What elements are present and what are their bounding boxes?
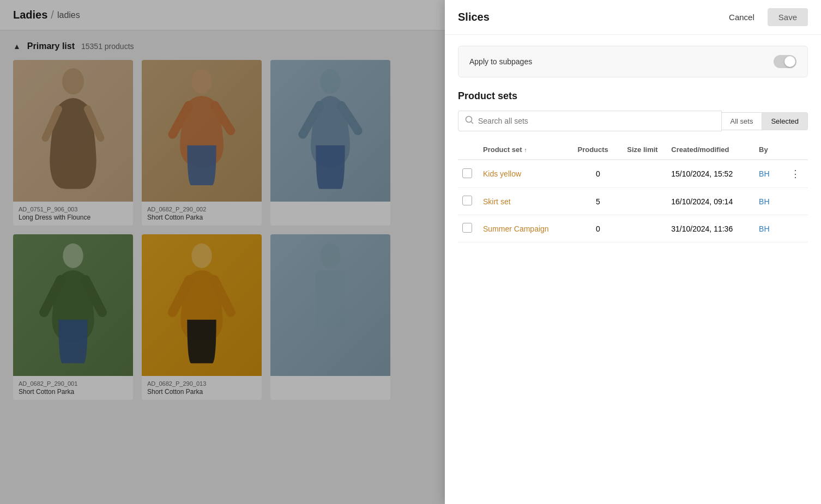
apply-subpages-toggle[interactable]: [774, 55, 796, 68]
table-header-row: Product set ↑ Products Size limit Create…: [458, 140, 808, 160]
toggle-knob: [784, 56, 795, 67]
filter-tab-group: All sets Selected: [722, 112, 808, 130]
table-row: Summer Campaign 0 31/10/2024, 11:36 BH: [458, 215, 808, 242]
apply-subpages-row: Apply to subpages: [458, 46, 808, 77]
col-name-label: Product set: [483, 145, 522, 154]
row-actions-cell: [783, 188, 808, 215]
row-name-cell: Kids yellow: [479, 160, 573, 188]
row-checkbox-1[interactable]: [462, 168, 472, 178]
panel-title: Slices: [458, 11, 490, 23]
row-products-cell: 5: [573, 188, 623, 215]
set-name-link-3[interactable]: Summer Campaign: [483, 224, 549, 233]
row-checkbox-2[interactable]: [462, 196, 472, 205]
more-options-icon-1[interactable]: ⋮: [787, 167, 804, 180]
search-icon: [465, 116, 474, 126]
col-by: By: [754, 140, 783, 160]
row-size-cell: [623, 215, 667, 242]
save-button[interactable]: Save: [768, 8, 808, 26]
col-created-modified: Created/modified: [667, 140, 754, 160]
search-input[interactable]: [478, 117, 715, 125]
col-check: [458, 140, 479, 160]
row-size-cell: [623, 188, 667, 215]
row-actions-cell: [783, 215, 808, 242]
row-by-cell: BH: [754, 160, 783, 188]
sort-arrow-icon: ↑: [524, 147, 527, 153]
set-name-link-1[interactable]: Kids yellow: [483, 169, 521, 178]
row-check-cell: [458, 188, 479, 215]
product-sets-table: Product set ↑ Products Size limit Create…: [458, 140, 808, 242]
table-row: Kids yellow 0 15/10/2024, 15:52 BH ⋮: [458, 160, 808, 188]
col-actions: [783, 140, 808, 160]
row-created-cell: 31/10/2024, 11:36: [667, 215, 754, 242]
row-products-cell: 0: [573, 160, 623, 188]
search-container: [458, 111, 722, 131]
row-name-cell: Skirt set: [479, 188, 573, 215]
tab-selected[interactable]: Selected: [762, 112, 808, 130]
row-name-cell: Summer Campaign: [479, 215, 573, 242]
col-name[interactable]: Product set ↑: [479, 140, 573, 160]
apply-subpages-label: Apply to subpages: [469, 57, 532, 66]
row-check-cell: [458, 215, 479, 242]
panel-actions: Cancel Save: [722, 8, 808, 26]
col-size-limit: Size limit: [623, 140, 667, 160]
row-by-cell: BH: [754, 188, 783, 215]
table-body: Kids yellow 0 15/10/2024, 15:52 BH ⋮: [458, 160, 808, 242]
row-size-cell: [623, 160, 667, 188]
row-created-cell: 16/10/2024, 09:14: [667, 188, 754, 215]
row-created-cell: 15/10/2024, 15:52: [667, 160, 754, 188]
svg-line-18: [471, 122, 473, 123]
set-name-link-2[interactable]: Skirt set: [483, 197, 511, 206]
col-products: Products: [573, 140, 623, 160]
row-products-cell: 0: [573, 215, 623, 242]
panel-body: Apply to subpages Product sets All sets: [445, 35, 821, 504]
cancel-button[interactable]: Cancel: [722, 8, 761, 26]
panel-header: Slices Cancel Save: [445, 0, 821, 35]
product-sets-title: Product sets: [458, 90, 808, 102]
row-by-cell: BH: [754, 215, 783, 242]
table-row: Skirt set 5 16/10/2024, 09:14 BH: [458, 188, 808, 215]
row-checkbox-3[interactable]: [462, 223, 472, 233]
slices-panel: Slices Cancel Save Apply to subpages Pro…: [445, 0, 821, 504]
by-link-3[interactable]: BH: [759, 224, 769, 233]
tab-all-sets[interactable]: All sets: [722, 112, 763, 130]
row-check-cell: [458, 160, 479, 188]
row-actions-cell: ⋮: [783, 160, 808, 188]
by-link-1[interactable]: BH: [759, 169, 769, 178]
by-link-2[interactable]: BH: [759, 197, 769, 206]
search-row: All sets Selected: [458, 111, 808, 131]
